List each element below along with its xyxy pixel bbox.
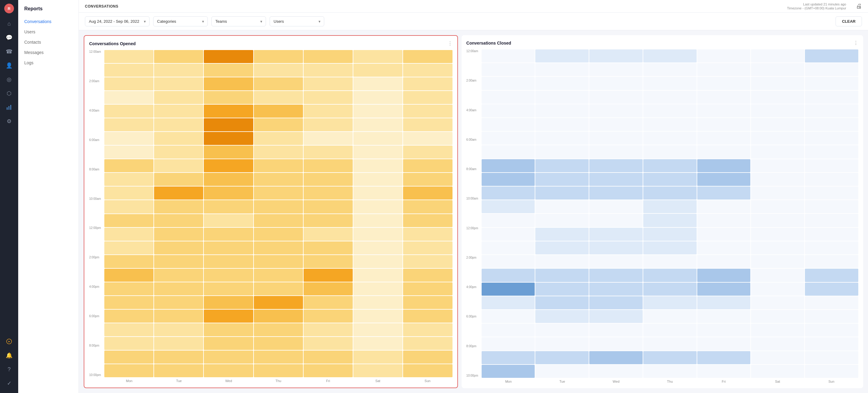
heatmap-cell bbox=[353, 50, 402, 63]
heatmap-cell bbox=[154, 255, 203, 268]
heatmap-cell bbox=[643, 228, 696, 241]
page-title: CONVERSATIONS bbox=[85, 4, 118, 8]
heatmap-cell bbox=[805, 186, 858, 200]
heatmap-cell bbox=[482, 91, 535, 104]
heatmap-cell bbox=[805, 310, 858, 323]
heatmap-cell bbox=[104, 241, 153, 254]
heatmap-cell bbox=[589, 241, 643, 254]
heatmap-cell bbox=[154, 296, 203, 309]
avatar[interactable]: R bbox=[4, 4, 14, 13]
heatmap-cell bbox=[482, 131, 535, 145]
heatmap-cell bbox=[535, 118, 589, 131]
heatmap-cell bbox=[805, 145, 858, 158]
sidebar-icon-person[interactable]: 👤 bbox=[3, 59, 15, 71]
heatmap-cell bbox=[643, 310, 696, 323]
heatmap-cell bbox=[697, 186, 751, 200]
categories-filter[interactable]: Categories ▼ bbox=[153, 17, 208, 26]
heatmap-cell bbox=[403, 186, 452, 200]
heatmap-cell bbox=[697, 173, 751, 186]
heatmap-closed-body: Mon Tue Wed Thu Fri Sat Sun bbox=[482, 50, 858, 383]
heatmap-cell bbox=[154, 159, 203, 172]
heatmap-cell bbox=[353, 173, 402, 186]
heatmap-cell bbox=[589, 310, 643, 323]
heatmap-cell bbox=[751, 50, 804, 62]
heatmap-cell bbox=[304, 255, 353, 268]
heatmap-cell bbox=[403, 159, 452, 172]
heatmap-cell bbox=[643, 63, 696, 76]
heatmap-opened: 12:00am 2:00am 4:00am 6:00am 8:00am 10:0… bbox=[89, 50, 453, 383]
heatmap-cell bbox=[254, 77, 303, 90]
heatmap-cell bbox=[104, 282, 153, 295]
heatmap-opened-days: Mon Tue Wed Thu Fri Sat Sun bbox=[104, 379, 453, 383]
heatmap-cell bbox=[697, 63, 751, 76]
heatmap-cell bbox=[805, 131, 858, 145]
heatmap-cell bbox=[805, 159, 858, 172]
sidebar-icon-contacts[interactable]: ☎ bbox=[3, 46, 15, 58]
teams-filter[interactable]: Teams ▼ bbox=[211, 17, 266, 26]
sidebar-icon-signal[interactable]: ◎ bbox=[3, 73, 15, 86]
nav-item-contacts[interactable]: Contacts bbox=[18, 37, 79, 47]
heatmap-cell bbox=[535, 241, 589, 254]
heatmap-cell bbox=[805, 77, 858, 90]
heatmap-cell bbox=[805, 241, 858, 254]
heatmap-cell bbox=[204, 269, 253, 282]
clear-button[interactable]: CLEAR bbox=[836, 17, 862, 26]
teams-select[interactable]: Teams bbox=[211, 17, 266, 26]
heatmap-cell bbox=[805, 228, 858, 241]
date-range-filter[interactable]: Aug 24, 2022 - Sep 06, 2022 ▼ bbox=[85, 17, 150, 26]
heatmap-cell bbox=[643, 145, 696, 158]
chart-closed-title: Conversations Closed bbox=[466, 41, 512, 46]
heatmap-cell bbox=[304, 296, 353, 309]
sidebar-icon-help[interactable]: ? bbox=[3, 363, 15, 375]
sidebar-icon-badge[interactable] bbox=[3, 335, 15, 347]
heatmap-cell bbox=[751, 145, 804, 158]
heatmap-cell bbox=[482, 255, 535, 268]
heatmap-cell bbox=[482, 173, 535, 186]
categories-select[interactable]: Categories bbox=[153, 17, 208, 26]
print-icon[interactable]: 🖨 bbox=[856, 3, 862, 10]
sidebar-icon-check[interactable]: ✓ bbox=[3, 377, 15, 389]
heatmap-cell bbox=[697, 91, 751, 104]
heatmap-cell bbox=[482, 50, 535, 62]
sidebar-icon-gear[interactable]: ⚙ bbox=[3, 115, 15, 127]
heatmap-cell bbox=[304, 200, 353, 213]
heatmap-cell bbox=[805, 118, 858, 131]
nav-item-conversations[interactable]: Conversations bbox=[18, 17, 79, 27]
chart-opened-more-icon[interactable]: ⋮ bbox=[448, 41, 453, 47]
heatmap-cell bbox=[697, 283, 751, 296]
date-range-select[interactable]: Aug 24, 2022 - Sep 06, 2022 bbox=[85, 17, 150, 26]
heatmap-cell bbox=[697, 50, 751, 62]
sidebar-icon-reports[interactable] bbox=[3, 101, 15, 113]
heatmap-cell bbox=[204, 146, 253, 159]
heatmap-cell bbox=[535, 63, 589, 76]
heatmap-cell bbox=[697, 255, 751, 268]
heatmap-cell bbox=[697, 228, 751, 241]
sidebar-icon-home[interactable]: ⌂ bbox=[3, 18, 15, 30]
heatmap-cell bbox=[154, 146, 203, 159]
users-select[interactable]: Users bbox=[270, 17, 324, 26]
charts-area: Conversations Opened ⋮ 12:00am 2:00am 4:… bbox=[79, 30, 868, 393]
heatmap-cell bbox=[204, 118, 253, 131]
nav-item-users[interactable]: Users bbox=[18, 27, 79, 37]
heatmap-cell bbox=[643, 337, 696, 350]
heatmap-cell bbox=[751, 241, 804, 254]
heatmap-cell bbox=[204, 255, 253, 268]
heatmap-cell bbox=[104, 50, 153, 63]
sidebar-icon-bell[interactable]: 🔔 bbox=[3, 349, 15, 361]
heatmap-cell bbox=[697, 145, 751, 158]
users-filter[interactable]: Users ▼ bbox=[270, 17, 324, 26]
heatmap-cell bbox=[751, 324, 804, 337]
heatmap-cell bbox=[535, 296, 589, 309]
heatmap-cell bbox=[104, 364, 153, 377]
heatmap-cell bbox=[697, 77, 751, 90]
chart-closed-more-icon[interactable]: ⋮ bbox=[854, 40, 858, 46]
heatmap-cell bbox=[353, 296, 402, 309]
nav-item-logs[interactable]: Logs bbox=[18, 58, 79, 68]
sidebar-icon-org[interactable]: ⬡ bbox=[3, 87, 15, 99]
heatmap-cell bbox=[589, 200, 643, 213]
heatmap-cell bbox=[304, 269, 353, 282]
nav-item-messages[interactable]: Messages bbox=[18, 47, 79, 58]
sidebar-icon-chat[interactable]: 💬 bbox=[3, 32, 15, 44]
heatmap-cell bbox=[643, 214, 696, 227]
heatmap-cell bbox=[104, 269, 153, 282]
